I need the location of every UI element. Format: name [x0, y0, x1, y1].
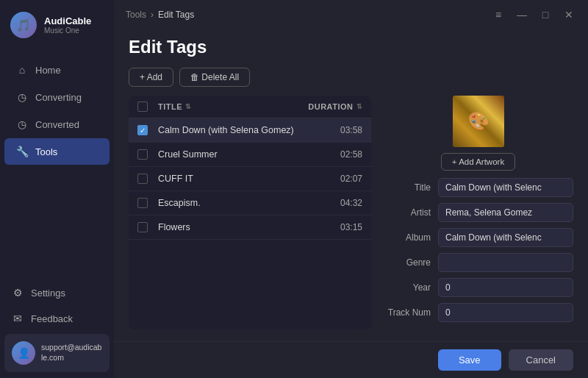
track-title-3: CUFF IT [158, 174, 307, 184]
breadcrumb-parent: Tools [126, 10, 146, 20]
year-label: Year [383, 282, 431, 293]
toolbar: + Add 🗑 Delete All [129, 68, 573, 87]
album-input[interactable] [438, 228, 573, 247]
track-duration-5: 03:15 [307, 222, 362, 232]
track-duration-3: 02:07 [307, 174, 362, 184]
sidebar-item-tools[interactable]: 🔧 Tools [4, 138, 110, 165]
year-input[interactable] [438, 278, 573, 297]
sidebar-item-home-label: Home [35, 65, 61, 76]
title-input[interactable] [438, 178, 573, 197]
sidebar-item-settings-label: Settings [31, 288, 65, 299]
track-checkbox-1[interactable] [137, 125, 148, 135]
tag-form: Title Artist Album Genre [383, 178, 573, 322]
right-panel: + Add Artwork Title Artist Album [383, 96, 573, 329]
track-num-input[interactable] [438, 303, 573, 322]
title-label: Title [383, 182, 431, 193]
titlebar: Tools › Edit Tags ≡ — □ ✕ [114, 0, 588, 29]
sidebar-item-converting-label: Converting [35, 92, 82, 103]
delete-all-button[interactable]: 🗑 Delete All [179, 68, 250, 87]
table-row[interactable]: CUFF IT 02:07 [129, 167, 371, 191]
track-num-field-row: Track Num [383, 303, 573, 322]
header-checkbox-cell [137, 101, 158, 112]
minimize-button[interactable]: — [514, 7, 529, 22]
title-field-row: Title [383, 178, 573, 197]
app-logo-text: AudiCable Music One [44, 15, 91, 35]
artwork-thumbnail [453, 96, 504, 147]
close-button[interactable]: ✕ [562, 7, 576, 22]
track-checkbox-5[interactable] [137, 222, 148, 232]
track-list-panel: TITLE ⇅ DURATION ⇅ Calm Down (with Selen… [129, 96, 371, 329]
title-sort-icon: ⇅ [185, 103, 192, 110]
track-checkbox-3[interactable] [137, 174, 148, 184]
sidebar-navigation: ⌂ Home ◷ Converting ◷ Converted 🔧 Tools [0, 50, 114, 274]
feedback-icon: ✉ [12, 313, 24, 324]
maximize-button[interactable]: □ [538, 7, 553, 22]
sidebar-item-feedback-label: Feedback [31, 313, 73, 324]
home-icon: ⌂ [16, 64, 28, 76]
artist-label: Artist [383, 207, 431, 218]
app-logo-icon: 🎵 [10, 12, 37, 38]
artist-input[interactable] [438, 203, 573, 222]
breadcrumb-separator: › [151, 10, 154, 20]
main-content: Tools › Edit Tags ≡ — □ ✕ Edit Tags + Ad… [114, 0, 588, 378]
table-row[interactable]: Flowers 03:15 [129, 215, 371, 240]
sidebar-item-home[interactable]: ⌂ Home [4, 57, 110, 83]
artwork-section: + Add Artwork [383, 96, 573, 171]
track-checkbox-cell-1 [137, 125, 158, 135]
sidebar-item-converting[interactable]: ◷ Converting [4, 84, 110, 110]
sidebar-item-tools-label: Tools [35, 146, 57, 157]
page-title: Edit Tags [129, 37, 573, 57]
artist-field-row: Artist [383, 203, 573, 222]
track-title-4: Escapism. [158, 198, 307, 208]
duration-sort-icon: ⇅ [356, 103, 363, 110]
title-column-header: TITLE ⇅ [158, 102, 307, 111]
breadcrumb: Tools › Edit Tags [126, 10, 194, 20]
sidebar-item-converted[interactable]: ◷ Converted [4, 111, 110, 138]
genre-field-row: Genre [383, 253, 573, 272]
sidebar-bottom: ⚙ Settings ✉ Feedback 👤 support@audicabl… [0, 274, 114, 378]
track-checkbox-cell-3 [137, 174, 158, 184]
sidebar-item-settings[interactable]: ⚙ Settings [4, 280, 110, 305]
track-title-5: Flowers [158, 222, 307, 232]
bottom-bar: Save Cancel [114, 341, 588, 378]
table-row[interactable]: Escapism. 04:32 [129, 191, 371, 215]
sidebar-item-feedback[interactable]: ✉ Feedback [4, 306, 110, 331]
table-row[interactable]: Cruel Summer 02:58 [129, 143, 371, 167]
album-label: Album [383, 232, 431, 243]
add-artwork-button[interactable]: + Add Artwork [441, 153, 515, 171]
breadcrumb-current: Edit Tags [158, 10, 194, 20]
track-checkbox-2[interactable] [137, 149, 148, 160]
app-name: AudiCable [44, 15, 91, 26]
track-checkbox-cell-5 [137, 222, 158, 232]
track-rows: Calm Down (with Selena Gomez) 03:58 Crue… [129, 118, 371, 240]
content-area: Edit Tags + Add 🗑 Delete All TITLE ⇅ DUR… [114, 29, 588, 341]
genre-label: Genre [383, 257, 431, 268]
track-duration-4: 04:32 [307, 198, 362, 208]
track-checkbox-cell-4 [137, 198, 158, 208]
track-checkbox-4[interactable] [137, 198, 148, 208]
track-duration-1: 03:58 [307, 125, 362, 135]
settings-icon: ⚙ [12, 287, 24, 299]
track-title-2: Cruel Summer [158, 149, 307, 160]
track-num-label: Track Num [383, 307, 431, 318]
tools-icon: 🔧 [16, 146, 28, 157]
track-duration-2: 02:58 [307, 149, 362, 160]
save-button[interactable]: Save [438, 349, 501, 371]
artwork-container: + Add Artwork [441, 96, 515, 171]
user-card[interactable]: 👤 support@audicable.com [4, 334, 110, 372]
main-panel: TITLE ⇅ DURATION ⇅ Calm Down (with Selen… [129, 96, 573, 329]
genre-input[interactable] [438, 253, 573, 272]
app-logo: 🎵 AudiCable Music One [0, 0, 114, 50]
table-row[interactable]: Calm Down (with Selena Gomez) 03:58 [129, 118, 371, 143]
sidebar: 🎵 AudiCable Music One ⌂ Home ◷ Convertin… [0, 0, 114, 378]
cancel-button[interactable]: Cancel [509, 349, 573, 371]
converting-icon: ◷ [16, 91, 28, 103]
user-avatar: 👤 [12, 341, 35, 365]
menu-button[interactable]: ≡ [491, 7, 506, 22]
track-list-header: TITLE ⇅ DURATION ⇅ [129, 96, 371, 118]
user-email: support@audicable.com [41, 343, 102, 363]
duration-column-header: DURATION ⇅ [307, 102, 362, 111]
select-all-checkbox[interactable] [137, 101, 148, 112]
app-subtitle: Music One [44, 26, 91, 35]
add-button[interactable]: + Add [129, 68, 173, 87]
